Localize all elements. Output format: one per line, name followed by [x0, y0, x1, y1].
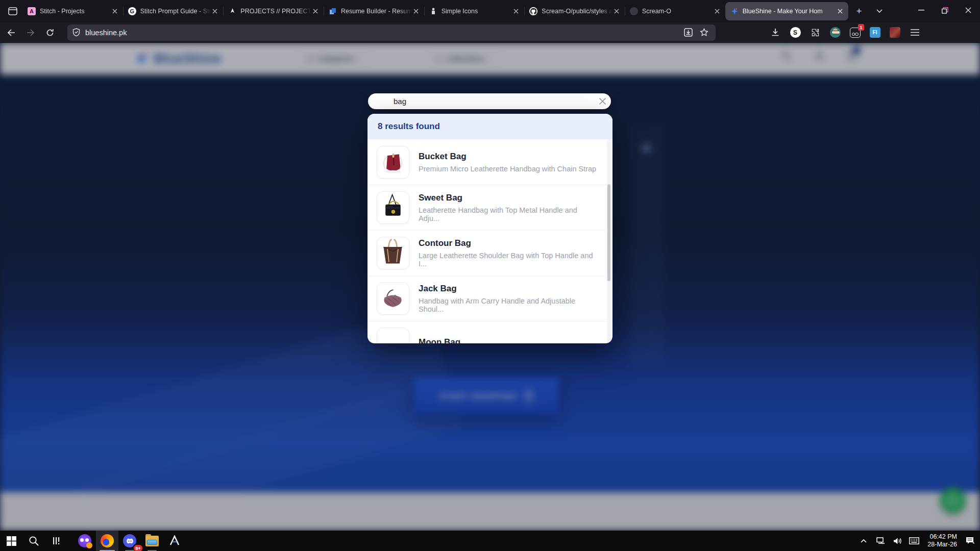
task-view-button[interactable]: [45, 531, 67, 551]
browser-toolbar: blueshine.pk S 1 FI: [0, 22, 980, 43]
tab-blueshine-active[interactable]: BlueShine - Make Your Hom: [725, 2, 848, 20]
tab-list-dropdown[interactable]: [872, 4, 887, 19]
result-item-bucket-bag[interactable]: Bucket Bag Premium Micro Leatherette Han…: [368, 139, 612, 185]
bookmark-star-icon[interactable]: [700, 28, 708, 37]
forward-button[interactable]: [22, 25, 39, 40]
s-extension-icon[interactable]: S: [790, 27, 801, 38]
fi-extension-icon[interactable]: FI: [869, 27, 880, 38]
search-results-panel: 8 results found Bucket Bag Premium Micro…: [368, 114, 612, 343]
blueshine-spark-favicon-icon: [730, 7, 739, 15]
network-icon[interactable]: [874, 531, 887, 551]
reload-button[interactable]: [42, 25, 58, 40]
product-thumbnail: [377, 191, 409, 224]
tab-stitch-prompt-guide[interactable]: G Stitch Prompt Guide - Stitch: [123, 2, 224, 20]
tab-strip: A Stitch - Projects G Stitch Prompt Guid…: [22, 0, 848, 22]
github-favicon-icon: [529, 7, 537, 15]
avatar-mask-extension-icon[interactable]: [829, 27, 841, 38]
keyboard-ime-icon[interactable]: [908, 531, 921, 551]
simple-icons-favicon-icon: [429, 7, 437, 15]
taskbar-firefox[interactable]: [96, 531, 118, 551]
results-count: 8 results found: [368, 114, 612, 139]
product-thumbnail: [377, 282, 409, 315]
tray-chevron-up-icon[interactable]: [857, 531, 870, 551]
tab-stitch-projects[interactable]: A Stitch - Projects: [22, 2, 123, 20]
tab-close-icon[interactable]: [412, 7, 420, 15]
restore-button[interactable]: [933, 0, 957, 20]
tab-close-icon[interactable]: [311, 7, 320, 15]
start-button[interactable]: [0, 531, 22, 551]
taskbar-file-explorer[interactable]: [141, 531, 163, 551]
result-item-sweet-bag[interactable]: Sweet Bag Leatherette Handbag with Top M…: [368, 185, 612, 230]
clock-date: 28-Mar-26: [927, 541, 957, 548]
minimize-button[interactable]: [910, 0, 933, 20]
volume-icon[interactable]: [891, 531, 904, 551]
tab-scream-o[interactable]: Scream-O: [625, 2, 725, 20]
window-controls: [910, 0, 980, 20]
search-modal-input-wrap: [368, 93, 611, 109]
new-tab-button[interactable]: +: [851, 4, 867, 19]
tab-scream-o-styles[interactable]: Scream-O/public/styles at m: [524, 2, 625, 20]
profile-avatar-icon[interactable]: [889, 27, 900, 38]
extensions-puzzle-icon[interactable]: [810, 27, 821, 38]
search-close-icon[interactable]: [594, 93, 611, 109]
product-thumbnail: [377, 237, 409, 269]
tab-close-icon[interactable]: [612, 7, 621, 15]
stitch-favicon-icon: A: [28, 7, 36, 15]
result-item-moon-bag[interactable]: Moon Bag: [368, 321, 612, 343]
shield-permissions-icon[interactable]: [72, 28, 80, 37]
result-item-contour-bag[interactable]: Contour Bag Large Leatherette Shoulder B…: [368, 230, 612, 276]
extension-badge: 1: [858, 24, 864, 31]
save-page-icon[interactable]: [684, 28, 693, 37]
tab-simple-icons[interactable]: Simple Icons: [424, 2, 525, 20]
product-thumbnail: [377, 146, 409, 179]
firefox-view-button[interactable]: [4, 4, 21, 19]
tab-close-icon[interactable]: [713, 7, 721, 15]
toolbar-extension-area: S 1 FI: [770, 27, 920, 38]
result-item-jack-bag[interactable]: Jack Bag Handbag with Arm Carry Handle a…: [368, 276, 612, 321]
windows-taskbar: 9+ 06:42 PM 28-Mar-26: [0, 531, 980, 551]
taskbar-search-button[interactable]: [22, 531, 45, 551]
menu-hamburger-icon[interactable]: [909, 27, 920, 38]
search-input[interactable]: [368, 93, 594, 109]
system-tray: 06:42 PM 28-Mar-26: [857, 531, 977, 551]
tab-close-icon[interactable]: [836, 7, 844, 15]
downloads-icon[interactable]: [770, 27, 781, 38]
close-window-button[interactable]: [957, 0, 980, 20]
tab-projects-gallery[interactable]: PROJECTS // PROJECT_GAL: [223, 2, 324, 20]
clock-time: 06:42 PM: [927, 533, 957, 541]
tab-close-icon[interactable]: [512, 7, 520, 15]
robot-extension-icon[interactable]: 1: [849, 27, 861, 38]
taskbar-app-purple[interactable]: [74, 531, 96, 551]
results-scrollbar-thumb[interactable]: [607, 184, 610, 281]
results-list: Bucket Bag Premium Micro Leatherette Han…: [368, 139, 612, 343]
tab-close-icon[interactable]: [211, 7, 219, 15]
resume-favicon-icon: [329, 7, 337, 15]
action-center-icon[interactable]: [964, 531, 977, 551]
tab-resume-builder[interactable]: Resume Builder - Resume.io: [324, 2, 424, 20]
back-button[interactable]: [3, 25, 19, 40]
address-bar[interactable]: blueshine.pk: [67, 24, 716, 41]
tab-close-icon[interactable]: [111, 7, 119, 15]
tab-bar: A Stitch - Projects G Stitch Prompt Guid…: [0, 0, 980, 22]
product-thumbnail: [377, 328, 409, 343]
taskbar-clock[interactable]: 06:42 PM 28-Mar-26: [924, 533, 960, 548]
page-favicon-icon: [630, 7, 638, 15]
rocket-favicon-icon: [228, 7, 236, 15]
taskbar-discord[interactable]: 9+: [118, 531, 141, 551]
google-favicon-icon: G: [128, 7, 136, 15]
url-text[interactable]: blueshine.pk: [85, 29, 684, 37]
taskbar-app-a[interactable]: [163, 531, 186, 551]
